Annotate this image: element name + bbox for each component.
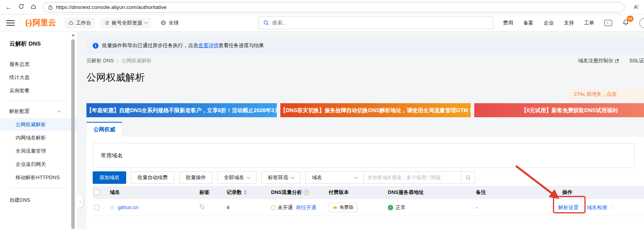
- header-records: 记录数: [227, 189, 271, 196]
- scrollbar-thumb[interactable]: [71, 39, 75, 229]
- info-banner: i 批量操作和导出已通过异步任务执行，点击查看详情查看任务进度与结果: [86, 38, 644, 53]
- avatar[interactable]: [639, 18, 644, 28]
- sidebar-item-self-built-dns[interactable]: 自建DNS: [0, 194, 77, 207]
- quick-links: 域名注册控制台 SSL证书控制台: [578, 57, 644, 64]
- header-tag: 标签: [199, 189, 227, 196]
- workbench-button[interactable]: 工作台: [65, 18, 95, 28]
- row-operations: 解析设置 域名检测: [558, 204, 615, 211]
- tab-public-authoritative[interactable]: 公网权威: [86, 122, 122, 137]
- divider: [582, 205, 583, 210]
- lock-icon: [48, 5, 53, 10]
- promo-banner-free-trial[interactable]: 【0元试用】新客免费获取DNS试用福利: [474, 103, 644, 117]
- sidebar-item-gtm[interactable]: 全局流量管理: [0, 144, 77, 158]
- home-icon[interactable]: [30, 4, 37, 11]
- cloudshell-icon[interactable]: >_: [604, 20, 612, 26]
- banner-countdown[interactable]: 274s 后消失，点击: [569, 89, 644, 99]
- console-topnav: (-) 阿里云 工作台 账号全部资源 全球 费用 备案 企业 支持 工单 >_ …: [0, 14, 644, 32]
- chevron-down-icon: [144, 20, 148, 24]
- record-count[interactable]: 4: [227, 204, 271, 210]
- header-plan: 付费版本: [329, 189, 388, 196]
- back-icon[interactable]: ←: [5, 4, 12, 11]
- nav-link-billing[interactable]: 费用: [503, 19, 513, 26]
- breadcrumb-current: 公网权威解析: [121, 57, 152, 64]
- scroll-up-icon[interactable]: [72, 34, 75, 36]
- topnav-right: 费用 备案 企业 支持 工单 >_ 49: [503, 14, 644, 31]
- status-ok-icon: ✓: [388, 205, 393, 210]
- url-text: https://dnsnext.console.aliyun.com/autho…: [56, 4, 167, 10]
- domain-link[interactable]: githun.cn: [118, 204, 138, 210]
- info-banner-text: 批量操作和导出已通过异步任务执行，点击查看详情查看任务进度与结果: [102, 42, 264, 49]
- search-icon: [263, 20, 269, 26]
- read-aloud-icon[interactable]: A): [634, 4, 639, 10]
- address-bar[interactable]: https://dnsnext.console.aliyun.com/autho…: [43, 2, 625, 12]
- header-domain: 域名: [110, 189, 199, 196]
- list-icon: [104, 20, 109, 25]
- global-search[interactable]: [258, 16, 493, 29]
- not-activated-icon: [271, 205, 276, 210]
- external-link-icon: [615, 59, 619, 63]
- toolbar: 添加域名 批量自动续费 批量操作 全部域名 标签筛选 域名: [93, 171, 644, 184]
- aliyun-logo-mark: (-): [25, 18, 31, 27]
- tag-filter-dropdown[interactable]: 标签筛选: [261, 171, 301, 184]
- nav-link-icp[interactable]: 备案: [523, 19, 533, 26]
- view-details-link[interactable]: 查看详情: [198, 42, 218, 48]
- tag-icon[interactable]: [199, 204, 205, 210]
- chevron-down-icon: [291, 175, 295, 179]
- divider: [611, 205, 611, 210]
- search-type-select[interactable]: 域名: [305, 171, 364, 184]
- breadcrumb: 云解析 DNS / 公网权威解析: [86, 57, 644, 64]
- nav-link-enterprise[interactable]: 企业: [544, 19, 554, 26]
- sidebar-item-public-authoritative-dns[interactable]: 公网权威解析: [0, 118, 77, 131]
- ssl-console-link[interactable]: SSL证书控制台: [629, 57, 644, 64]
- home-icon: [69, 20, 74, 25]
- sidebar-scrollbar[interactable]: [71, 34, 75, 229]
- aliyun-logo[interactable]: (-) 阿里云: [25, 18, 56, 28]
- batch-auto-renew-button[interactable]: 批量自动续费: [131, 171, 174, 184]
- domain-registration-console-link[interactable]: 域名注册控制台: [578, 57, 619, 64]
- refresh-icon[interactable]: [18, 4, 24, 11]
- sidebar-item-private-dns[interactable]: 内网域名解析: [0, 131, 77, 144]
- nav-link-support[interactable]: 支持: [564, 19, 574, 26]
- sidebar-item-enterprise-recursive-gateway[interactable]: 企业递归网关: [0, 158, 77, 171]
- sidebar-group-dns-config[interactable]: 解析配置: [0, 105, 77, 118]
- table-header: 域名 标签 记录数 DNS流量分析 ? 付费版本 DNS服务器地址 备注 操作: [93, 186, 644, 199]
- add-domain-button[interactable]: 添加域名: [93, 171, 126, 184]
- help-icon[interactable]: ?: [304, 190, 309, 195]
- sidebar-item-service-overview[interactable]: 服务总览: [0, 58, 77, 71]
- all-domains-dropdown[interactable]: 全部域名: [217, 171, 257, 184]
- page-title: 公网权威解析: [86, 70, 644, 84]
- region-selector[interactable]: 全球: [157, 18, 183, 28]
- plan-badge[interactable]: 免费版: [329, 203, 357, 212]
- domain-check-link[interactable]: 域名检测: [587, 204, 607, 211]
- sidebar-item-httpdns[interactable]: 移动解析HTTPDNS: [0, 171, 77, 184]
- divider: [9, 188, 68, 188]
- global-search-input[interactable]: [272, 20, 488, 26]
- promo-banner-dns-failover[interactable]: 【DNS容灾切换】服务故障自动切换DNS解析地址，请使用全局流量管理GTM！: [280, 103, 471, 117]
- sidebar-menu: 服务总览 统计大盘 实例套餐 解析配置 公网权威解析 内网域名解析 全局流量管理…: [0, 58, 77, 207]
- domain-search-input[interactable]: [363, 171, 461, 184]
- chevron-up-icon: [57, 110, 61, 114]
- browser-toolbar: ← https://dnsnext.console.aliyun.com/aut…: [0, 0, 644, 14]
- breadcrumb-parent[interactable]: 云解析 DNS: [86, 57, 114, 64]
- promo-banner-year-end[interactable]: 【年底钜惠】自建DNS全系列规格不限新老客户，立享6折！活动截止2026年3月3…: [86, 103, 277, 117]
- batch-operations-button[interactable]: 批量操作: [179, 171, 213, 184]
- sidebar-collapse-handle[interactable]: ‹: [77, 195, 83, 208]
- favorite-star-icon[interactable]: ☆: [110, 204, 115, 211]
- notifications-bell[interactable]: 49: [622, 19, 629, 27]
- domain-list-card: 常用域名 添加域名 批量自动续费 批量操作 全部域名 标签筛选 域名 域名 标签…: [86, 137, 644, 229]
- common-domains-panel[interactable]: 常用域名: [93, 143, 635, 168]
- sort-icon[interactable]: [244, 190, 247, 195]
- hamburger-menu-icon[interactable]: [6, 20, 15, 26]
- sidebar-item-instance-plans[interactable]: 实例套餐: [0, 84, 77, 97]
- promo-banners: 【年底钜惠】自建DNS全系列规格不限新老客户，立享6折！活动截止2026年3月3…: [86, 103, 644, 117]
- sidebar-item-stats-dashboard[interactable]: 统计大盘: [0, 71, 77, 84]
- nav-link-tickets[interactable]: 工单: [584, 19, 594, 26]
- resources-dropdown[interactable]: 账号全部资源: [100, 18, 151, 28]
- activate-link[interactable]: 前往开通: [296, 204, 316, 211]
- search-button[interactable]: [461, 171, 475, 184]
- dns-settings-link[interactable]: 解析设置: [558, 204, 579, 211]
- header-dns-server: DNS服务器地址: [388, 189, 476, 196]
- header-traffic: DNS流量分析 ?: [271, 189, 329, 196]
- select-all-checkbox[interactable]: [94, 190, 99, 195]
- row-checkbox[interactable]: [94, 205, 99, 210]
